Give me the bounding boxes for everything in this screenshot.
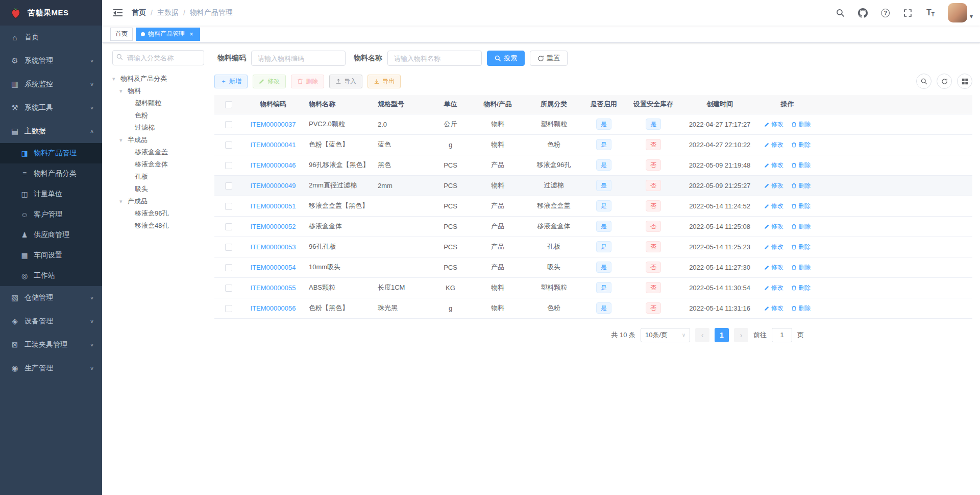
sidebar-item-master-data[interactable]: ▤ 主数据 ∧	[0, 120, 102, 143]
row-delete-link[interactable]: 删除	[791, 140, 811, 149]
search-icon[interactable]	[831, 3, 850, 23]
row-edit-link[interactable]: 修改	[764, 243, 783, 251]
add-button[interactable]: ＋ 新增	[214, 75, 248, 88]
toggle-search-button[interactable]	[916, 74, 932, 89]
row-delete-link[interactable]: 删除	[791, 120, 811, 129]
tree-node-semifinished[interactable]: ▾ 半成品	[112, 134, 204, 146]
sidebar-item-system-tools[interactable]: ⚒ 系统工具 ∨	[0, 96, 102, 120]
sidebar-item-home[interactable]: ⌂ 首页	[0, 26, 102, 49]
tree-node-leaf[interactable]: ▾ 移液盒盒体	[112, 158, 204, 171]
row-edit-link[interactable]: 修改	[764, 202, 783, 210]
tab-home[interactable]: 首页	[110, 28, 133, 41]
tree-node-leaf[interactable]: ▾ 过滤棉	[112, 122, 204, 134]
row-checkbox[interactable]	[225, 162, 232, 169]
tree-node-leaf[interactable]: ▾ 塑料颗粒	[112, 97, 204, 109]
row-delete-link[interactable]: 删除	[791, 202, 811, 210]
row-edit-link[interactable]: 修改	[764, 161, 783, 170]
row-checkbox[interactable]	[225, 142, 232, 149]
sidebar-item-system-management[interactable]: ⚙ 系统管理 ∨	[0, 49, 102, 73]
row-edit-link[interactable]: 修改	[764, 181, 783, 190]
material-code-link[interactable]: ITEM00000041	[251, 141, 296, 149]
row-edit-link[interactable]: 修改	[764, 120, 783, 129]
tree-node-leaf[interactable]: ▾ 移液盒48孔	[112, 220, 204, 232]
row-edit-link[interactable]: 修改	[764, 304, 783, 313]
row-delete-link[interactable]: 删除	[791, 284, 811, 292]
sidebar-item-system-monitor[interactable]: ▥ 系统监控 ∨	[0, 73, 102, 96]
row-edit-link[interactable]: 修改	[764, 222, 783, 231]
search-button[interactable]: 搜索	[487, 51, 525, 66]
sidebar-item-tooling-fixture-management[interactable]: ⊠ 工装夹具管理 ∨	[0, 333, 102, 357]
row-checkbox[interactable]	[225, 305, 232, 312]
material-code-link[interactable]: ITEM00000049	[251, 182, 296, 190]
caret-down-icon[interactable]: ▾	[119, 137, 128, 144]
github-icon[interactable]	[854, 3, 872, 23]
material-code-link[interactable]: ITEM00000046	[251, 161, 296, 169]
row-delete-link[interactable]: 删除	[791, 304, 811, 313]
sidebar-item-warehouse-management[interactable]: ▧ 仓储管理 ∨	[0, 286, 102, 310]
tree-node-leaf[interactable]: ▾ 孔板	[112, 171, 204, 183]
row-delete-link[interactable]: 删除	[791, 263, 811, 272]
tree-node-leaf[interactable]: ▾ 移液盒96孔	[112, 207, 204, 220]
tree-node-leaf[interactable]: ▾ 吸头	[112, 183, 204, 195]
row-checkbox[interactable]	[225, 285, 232, 292]
sidebar-item-equipment-management[interactable]: ◈ 设备管理 ∨	[0, 310, 102, 333]
row-checkbox[interactable]	[225, 223, 232, 230]
sidebar-item-customer-management[interactable]: ☺ 客户管理	[0, 204, 102, 225]
page-size-select[interactable]: 10条/页 ∨	[641, 328, 690, 342]
current-page-button[interactable]: 1	[715, 328, 729, 342]
material-code-link[interactable]: ITEM00000037	[251, 121, 296, 128]
app-logo[interactable]: 苦糖果MES	[0, 0, 102, 26]
tab-material-product-management[interactable]: 物料产品管理 ×	[136, 28, 200, 41]
breadcrumb-master-data[interactable]: 主数据	[157, 8, 179, 17]
sidebar-item-supplier-management[interactable]: ♟ 供应商管理	[0, 225, 102, 245]
caret-down-icon[interactable]: ▾	[119, 198, 128, 205]
row-edit-link[interactable]: 修改	[764, 284, 783, 292]
sidebar-item-workshop-settings[interactable]: ▦ 车间设置	[0, 245, 102, 266]
caret-down-icon[interactable]: ▾	[112, 76, 120, 82]
sidebar-item-production-management[interactable]: ◉ 生产管理 ∨	[0, 357, 102, 380]
row-checkbox[interactable]	[225, 121, 232, 128]
row-checkbox[interactable]	[225, 203, 232, 210]
row-delete-link[interactable]: 删除	[791, 181, 811, 190]
column-settings-button[interactable]	[957, 74, 972, 89]
material-code-link[interactable]: ITEM00000051	[251, 202, 296, 210]
tree-node-leaf[interactable]: ▾ 色粉	[112, 109, 204, 122]
export-button[interactable]: 导出	[368, 75, 401, 88]
help-icon[interactable]: ?	[876, 3, 895, 23]
sidebar-item-material-product-management[interactable]: ◨ 物料产品管理	[0, 143, 102, 163]
goto-page-input[interactable]	[772, 328, 792, 342]
material-code-input[interactable]	[251, 51, 346, 66]
delete-button[interactable]: 删除	[291, 75, 324, 88]
row-delete-link[interactable]: 删除	[791, 161, 811, 170]
refresh-button[interactable]	[937, 74, 952, 89]
row-checkbox[interactable]	[225, 182, 232, 190]
sidebar-item-workstation[interactable]: ◎ 工作站	[0, 266, 102, 286]
tree-node-finished[interactable]: ▾ 产成品	[112, 195, 204, 207]
material-name-input[interactable]	[387, 51, 482, 66]
reset-button[interactable]: 重置	[530, 51, 568, 66]
sidebar-toggle-icon[interactable]	[109, 4, 127, 21]
tree-node-root[interactable]: ▾ 物料及产品分类	[112, 73, 204, 85]
material-code-link[interactable]: ITEM00000056	[251, 304, 296, 312]
fullscreen-icon[interactable]	[899, 3, 917, 23]
font-size-icon[interactable]: TT	[921, 3, 940, 23]
row-edit-link[interactable]: 修改	[764, 263, 783, 272]
category-search-input[interactable]	[112, 50, 204, 65]
row-checkbox[interactable]	[225, 244, 232, 251]
edit-button[interactable]: 修改	[253, 75, 286, 88]
next-page-button[interactable]: ›	[734, 328, 748, 342]
import-button[interactable]: 导入	[329, 75, 362, 88]
select-all-checkbox[interactable]	[225, 101, 232, 108]
row-checkbox[interactable]	[225, 264, 232, 271]
row-delete-link[interactable]: 删除	[791, 222, 811, 231]
tree-node-material[interactable]: ▾ 物料	[112, 85, 204, 97]
material-code-link[interactable]: ITEM00000053	[251, 243, 296, 251]
material-code-link[interactable]: ITEM00000052	[251, 223, 296, 230]
row-edit-link[interactable]: 修改	[764, 140, 783, 149]
user-menu[interactable]: ▾	[948, 3, 973, 22]
material-code-link[interactable]: ITEM00000055	[251, 284, 296, 292]
material-code-link[interactable]: ITEM00000054	[251, 264, 296, 271]
prev-page-button[interactable]: ‹	[695, 328, 709, 342]
tree-node-leaf[interactable]: ▾ 移液盒盒盖	[112, 146, 204, 158]
sidebar-item-material-product-category[interactable]: ≡ 物料产品分类	[0, 163, 102, 184]
